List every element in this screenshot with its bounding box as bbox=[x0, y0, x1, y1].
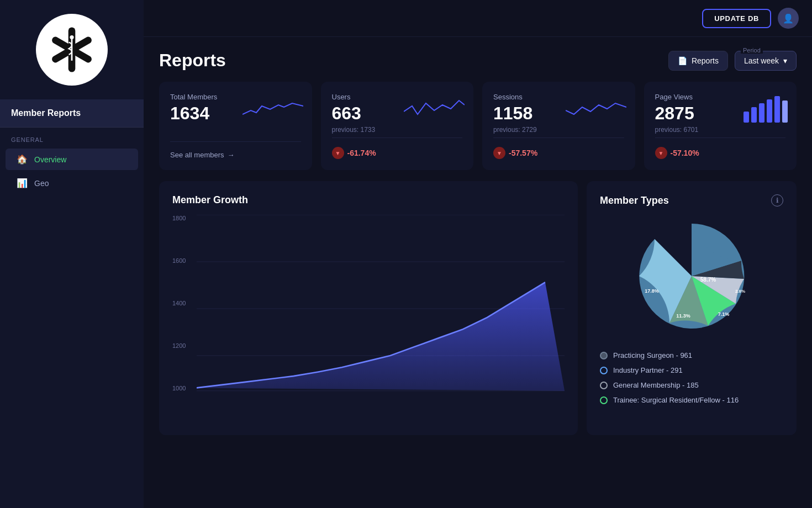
svg-text:17.8%: 17.8% bbox=[645, 288, 659, 294]
legend-item-1: Industry Partner - 291 bbox=[600, 363, 783, 378]
home-icon: 🏠 bbox=[17, 154, 28, 165]
user-avatar-button[interactable]: 👤 bbox=[778, 8, 799, 29]
svg-rect-11 bbox=[782, 100, 788, 123]
stat-card-users: Users 663 previous: 1733 ▼ -61.74% bbox=[321, 82, 474, 170]
total-members-chart bbox=[242, 95, 303, 125]
pageviews-previous: previous: 6701 bbox=[655, 126, 786, 134]
legend-label-3: Trainee: Surgical Resident/Fellow - 116 bbox=[613, 396, 739, 404]
main-content: UPDATE DB 👤 Reports 📄 Reports Period Las… bbox=[144, 0, 812, 508]
sessions-change: ▼ -57.57% bbox=[493, 147, 537, 159]
member-types-card: Member Types ℹ bbox=[587, 181, 797, 435]
down-icon-2: ▼ bbox=[493, 147, 505, 159]
pageviews-change: ▼ -57.10% bbox=[655, 147, 699, 159]
legend-dot-2 bbox=[600, 382, 608, 389]
sidebar: Member Reports GENERAL 🏠 Overview 📊 Geo bbox=[0, 0, 144, 508]
pie-chart-svg: 58.7% 17.8% 11.3% 7.1% 2.8% bbox=[631, 215, 752, 337]
svg-text:7.1%: 7.1% bbox=[718, 311, 730, 317]
svg-rect-9 bbox=[767, 99, 772, 123]
info-icon[interactable]: ℹ bbox=[771, 194, 783, 207]
pageviews-change-value: -57.10% bbox=[671, 149, 699, 157]
stat-card-total-members: Total Members 1634 See all members → bbox=[159, 82, 312, 170]
chevron-down-icon: ▾ bbox=[783, 56, 787, 65]
reports-tab-label: Reports bbox=[692, 56, 719, 65]
sessions-bottom: ▼ -57.57% bbox=[493, 137, 624, 159]
svg-text:11.3%: 11.3% bbox=[676, 313, 690, 319]
legend-item-3: Trainee: Surgical Resident/Fellow - 116 bbox=[600, 393, 783, 408]
member-growth-title: Member Growth bbox=[172, 194, 565, 206]
pageviews-bottom: ▼ -57.10% bbox=[655, 137, 786, 159]
legend-label-1: Industry Partner - 291 bbox=[613, 366, 683, 374]
legend-item-0: Practicing Surgeon - 961 bbox=[600, 348, 783, 363]
growth-chart-svg bbox=[197, 215, 565, 403]
page-header: Reports 📄 Reports Period Last week ▾ bbox=[159, 50, 797, 71]
charts-row: Member Growth 1800 1600 1400 1200 1000 bbox=[159, 181, 797, 435]
see-all-members-link[interactable]: See all members → bbox=[170, 151, 235, 159]
svg-rect-7 bbox=[751, 107, 757, 123]
pie-header: Member Types ℹ bbox=[600, 194, 783, 207]
sidebar-item-overview-label: Overview bbox=[34, 155, 66, 164]
y-label-1000: 1000 bbox=[172, 385, 192, 391]
stat-card-pageviews: Page Views 2875 previous: 6701 bbox=[644, 82, 797, 170]
sessions-change-value: -57.57% bbox=[509, 149, 537, 157]
y-label-1400: 1400 bbox=[172, 300, 192, 306]
users-chart bbox=[404, 95, 465, 125]
member-growth-card: Member Growth 1800 1600 1400 1200 1000 bbox=[159, 181, 578, 435]
pageviews-chart bbox=[744, 95, 788, 125]
logo-circle bbox=[36, 14, 108, 86]
sidebar-section-general: GENERAL bbox=[0, 128, 144, 147]
legend-dot-0 bbox=[600, 352, 608, 359]
y-label-1200: 1200 bbox=[172, 342, 192, 349]
arrow-right-icon: → bbox=[228, 151, 235, 159]
member-types-title: Member Types bbox=[600, 195, 669, 207]
svg-rect-10 bbox=[774, 96, 780, 123]
logo-area bbox=[0, 0, 144, 99]
page-title: Reports bbox=[159, 50, 226, 71]
pie-container: 58.7% 17.8% 11.3% 7.1% 2.8% bbox=[600, 215, 783, 337]
down-icon-3: ▼ bbox=[655, 147, 667, 159]
svg-rect-8 bbox=[759, 103, 764, 123]
period-selector[interactable]: Period Last week ▾ bbox=[735, 51, 797, 71]
pie-legend: Practicing Surgeon - 961 Industry Partne… bbox=[600, 348, 783, 408]
total-members-bottom: See all members → bbox=[170, 141, 301, 159]
sidebar-item-geo-label: Geo bbox=[34, 179, 49, 188]
svg-text:2.8%: 2.8% bbox=[735, 289, 745, 294]
y-label-1600: 1600 bbox=[172, 257, 192, 264]
svg-point-5 bbox=[70, 35, 73, 39]
down-icon: ▼ bbox=[332, 147, 344, 159]
legend-label-2: General Membership - 185 bbox=[613, 381, 699, 389]
logo-icon bbox=[47, 25, 97, 75]
svg-rect-6 bbox=[744, 112, 749, 123]
legend-dot-3 bbox=[600, 396, 608, 404]
sessions-chart bbox=[566, 95, 626, 125]
users-change-value: -61.74% bbox=[347, 149, 376, 157]
avatar-icon: 👤 bbox=[783, 13, 794, 24]
header-controls: 📄 Reports Period Last week ▾ bbox=[668, 51, 797, 71]
sessions-previous: previous: 2729 bbox=[493, 126, 624, 134]
stat-card-sessions: Sessions 1158 previous: 2729 ▼ -57.57% bbox=[482, 82, 635, 170]
stat-cards-row: Total Members 1634 See all members → bbox=[159, 82, 797, 170]
reports-tab[interactable]: 📄 Reports bbox=[668, 51, 728, 71]
sidebar-item-overview[interactable]: 🏠 Overview bbox=[6, 149, 138, 170]
users-change: ▼ -61.74% bbox=[332, 147, 376, 159]
topbar: UPDATE DB 👤 bbox=[144, 0, 812, 37]
y-label-1800: 1800 bbox=[172, 215, 192, 221]
users-previous: previous: 1733 bbox=[332, 126, 463, 134]
sidebar-title: Member Reports bbox=[0, 99, 144, 127]
content-area: Reports 📄 Reports Period Last week ▾ Tot… bbox=[144, 37, 812, 508]
users-bottom: ▼ -61.74% bbox=[332, 137, 463, 159]
period-value: Last week bbox=[744, 56, 779, 65]
update-db-button[interactable]: UPDATE DB bbox=[702, 9, 771, 28]
sidebar-item-geo[interactable]: 📊 Geo bbox=[6, 172, 138, 194]
svg-text:58.7%: 58.7% bbox=[700, 277, 716, 283]
report-file-icon: 📄 bbox=[678, 56, 687, 65]
chart-icon: 📊 bbox=[17, 178, 28, 188]
legend-dot-1 bbox=[600, 367, 608, 374]
legend-item-2: General Membership - 185 bbox=[600, 378, 783, 393]
legend-label-0: Practicing Surgeon - 961 bbox=[613, 351, 692, 359]
period-label: Period bbox=[741, 47, 763, 54]
see-all-members-label: See all members bbox=[170, 151, 224, 159]
